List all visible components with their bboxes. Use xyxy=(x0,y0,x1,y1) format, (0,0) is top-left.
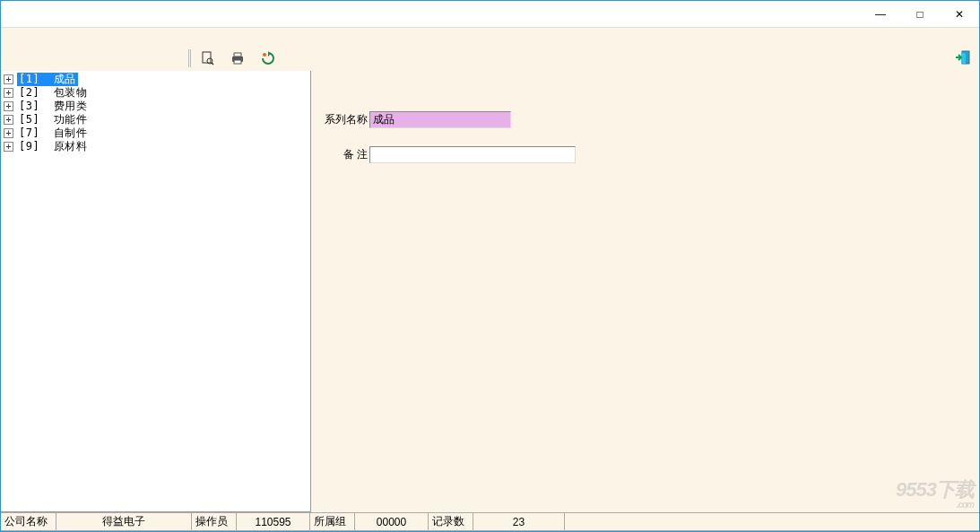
print-button[interactable] xyxy=(226,48,249,68)
svg-marker-9 xyxy=(961,52,966,65)
titlebar: — □ ✕ xyxy=(1,1,979,28)
status-group-label: 所属组 xyxy=(310,513,355,531)
tree-item[interactable]: +[1] 成品 xyxy=(4,73,308,86)
remark-row: 备 注 xyxy=(320,146,979,163)
tree-item-label: [5] 功能件 xyxy=(17,113,89,126)
menu-strip xyxy=(1,28,979,46)
status-group-value: 00000 xyxy=(355,513,429,531)
svg-line-2 xyxy=(212,63,213,65)
refresh-button[interactable] xyxy=(256,48,280,68)
status-operator-value: 110595 xyxy=(237,513,310,531)
series-name-input[interactable]: 成品 xyxy=(369,111,511,128)
expand-icon[interactable]: + xyxy=(4,115,13,125)
maximize-button[interactable]: □ xyxy=(900,1,940,28)
status-company-label: 公司名称 xyxy=(1,513,56,531)
tree-item-label: [7] 自制件 xyxy=(17,126,89,140)
toolbar xyxy=(1,46,979,71)
status-spacer xyxy=(565,513,979,531)
svg-rect-5 xyxy=(234,60,241,64)
expand-icon[interactable]: + xyxy=(4,142,13,152)
series-name-row: 系列名称 成品 xyxy=(320,111,979,128)
status-records-value: 23 xyxy=(473,513,565,531)
exit-button[interactable] xyxy=(952,48,974,69)
close-button[interactable]: ✕ xyxy=(940,1,979,28)
remark-input[interactable] xyxy=(369,146,576,163)
tree-item[interactable]: +[7] 自制件 xyxy=(4,126,308,140)
toolbar-separator xyxy=(188,49,189,67)
tree-item-label: [1] 成品 xyxy=(17,73,78,86)
remark-label: 备 注 xyxy=(320,147,369,162)
form-panel: 系列名称 成品 备 注 xyxy=(311,71,979,512)
exit-icon xyxy=(954,49,972,67)
app-window: — □ ✕ xyxy=(0,0,980,532)
maximize-icon: □ xyxy=(916,8,923,21)
status-records-label: 记录数 xyxy=(429,513,473,531)
svg-rect-4 xyxy=(234,53,241,57)
refresh-icon xyxy=(261,51,275,65)
body-area: +[1] 成品+[2] 包装物+[3] 费用类+[5] 功能件+[7] 自制件+… xyxy=(1,71,979,512)
print-icon xyxy=(230,51,245,65)
statusbar: 公司名称 得益电子 操作员 110595 所属组 00000 记录数 23 xyxy=(1,512,979,531)
svg-rect-0 xyxy=(203,52,211,63)
expand-icon[interactable]: + xyxy=(4,128,13,138)
tree-item-label: [2] 包装物 xyxy=(17,86,89,100)
print-preview-icon xyxy=(200,51,214,65)
tree-item[interactable]: +[3] 费用类 xyxy=(4,100,308,113)
status-company-value: 得益电子 xyxy=(56,513,192,531)
tree-item[interactable]: +[9] 原材料 xyxy=(4,140,308,153)
tree-item[interactable]: +[5] 功能件 xyxy=(4,113,308,126)
expand-icon[interactable]: + xyxy=(4,74,13,84)
minimize-button[interactable]: — xyxy=(861,1,900,28)
tree-item-label: [3] 费用类 xyxy=(17,100,89,113)
status-operator-label: 操作员 xyxy=(192,513,237,531)
close-icon: ✕ xyxy=(955,8,964,21)
svg-marker-6 xyxy=(268,51,271,57)
series-name-label: 系列名称 xyxy=(320,112,369,127)
svg-point-7 xyxy=(263,53,266,57)
expand-icon[interactable]: + xyxy=(4,101,13,111)
tree-item[interactable]: +[2] 包装物 xyxy=(4,86,308,100)
tree-item-label: [9] 原材料 xyxy=(17,140,89,153)
minimize-icon: — xyxy=(875,8,886,21)
print-preview-button[interactable] xyxy=(195,48,219,68)
category-tree[interactable]: +[1] 成品+[2] 包装物+[3] 费用类+[5] 功能件+[7] 自制件+… xyxy=(1,71,311,512)
expand-icon[interactable]: + xyxy=(4,88,13,98)
